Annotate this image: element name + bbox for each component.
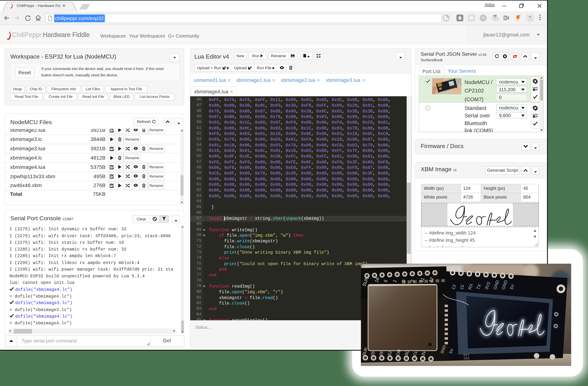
svg-text:uc one: uc one <box>528 19 532 20</box>
svg-text:CoffeeScript: CoffeeScript <box>492 17 499 19</box>
svg-text:console: console <box>493 20 499 21</box>
svg-text:253: 253 <box>463 357 469 360</box>
svg-text:B: B <box>504 16 506 20</box>
